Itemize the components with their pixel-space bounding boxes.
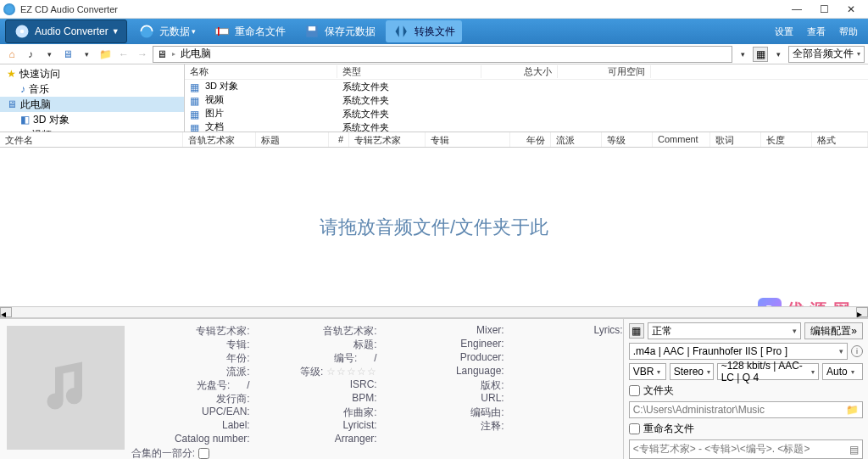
folder-row[interactable]: ▦图片系统文件夹 (185, 107, 868, 120)
metadata-button[interactable]: 元数据 ▾ (131, 20, 203, 42)
tree-this-pc[interactable]: 🖥此电脑 (0, 97, 184, 112)
label-comment: 注释: (386, 419, 504, 433)
bitrate-select[interactable]: ~128 kbit/s | AAC-LC | Q 4▾ (717, 363, 819, 380)
value-lyrics[interactable] (513, 338, 623, 351)
folder-list-header: 名称 类型 总大小 可用空间 (185, 64, 868, 80)
col-rating[interactable]: 等级 (602, 132, 653, 147)
col-num[interactable]: # (329, 132, 349, 147)
col-album-artist[interactable]: 专辑艺术家 (349, 132, 426, 147)
horizontal-scrollbar[interactable]: ◂ ▸ (0, 306, 868, 318)
tree-label: 快速访问 (19, 67, 60, 81)
file-browser: ★快速访问 ♪音乐 🖥此电脑 ◧3D 对象 ▶视频 名称 类型 总大小 可用空间… (0, 64, 868, 132)
home-icon[interactable]: ⌂ (3, 46, 20, 63)
folder-row[interactable]: ▦视频系统文件夹 (185, 93, 868, 107)
browse-folder-icon[interactable]: 📁 (846, 404, 859, 416)
back-button[interactable]: ← (115, 46, 132, 63)
save-metadata-button[interactable]: 保存元数据 (296, 20, 382, 42)
label-copyright: 版权: (386, 378, 504, 392)
computer-icon[interactable]: 🖥 (59, 46, 76, 63)
minimize-button[interactable]: — (783, 1, 810, 18)
edit-pattern-icon[interactable]: ▤ (849, 444, 859, 456)
save-metadata-label: 保存元数据 (325, 25, 376, 39)
view-mode-icon[interactable]: ▦ (753, 47, 768, 62)
col-artist[interactable]: 音轨艺术家 (183, 132, 256, 147)
label-catalog: Catalog number: (131, 433, 250, 446)
output-folder-checkbox[interactable] (629, 385, 640, 396)
tree-quick-access[interactable]: ★快速访问 (0, 66, 184, 81)
tree-3d-objects[interactable]: ◧3D 对象 (0, 112, 184, 127)
col-genre[interactable]: 流派 (551, 132, 602, 147)
view-dropdown[interactable]: ▾ (770, 46, 787, 63)
drop-zone[interactable]: 请拖放音频文件/文件夹于此 D 优 源 网 (0, 148, 868, 306)
profile-icon[interactable]: ▦ (629, 323, 644, 339)
scroll-right-icon[interactable]: ▸ (856, 307, 868, 317)
settings-link[interactable]: 设置 (775, 25, 793, 38)
scroll-left-icon[interactable]: ◂ (0, 307, 12, 317)
tree-label: 音乐 (29, 82, 49, 97)
folder-row[interactable]: ▦3D 对象系统文件夹 (185, 80, 868, 93)
col-filename[interactable]: 文件名 (0, 132, 183, 147)
rename-output-checkbox[interactable] (629, 423, 640, 434)
app-icon (3, 3, 15, 15)
label-label: Label: (131, 419, 250, 433)
col-lyrics[interactable]: 歌词 (710, 132, 761, 147)
help-link[interactable]: 帮助 (839, 25, 858, 38)
col-name[interactable]: 名称 (185, 65, 337, 78)
rename-pattern-box[interactable]: <专辑艺术家> - <专辑>\<编号>. <标题> ▤ (629, 439, 863, 459)
col-year[interactable]: 年份 (510, 132, 551, 147)
music-folder-icon[interactable]: ♪ (22, 46, 39, 63)
profile-select[interactable]: 正常 ▾ (648, 322, 802, 339)
breadcrumb[interactable]: 🖥 ▸ 此电脑 (153, 46, 732, 63)
svg-rect-3 (215, 29, 228, 35)
edit-profile-button[interactable]: 编辑配置 » (804, 322, 863, 339)
channels-select[interactable]: Stereo▾ (670, 363, 714, 380)
format-select[interactable]: .m4a | AAC | Fraunhofer IIS [ Pro ] ▾ (629, 343, 848, 360)
folder-row[interactable]: ▦文档系统文件夹 (185, 120, 868, 132)
album-art-placeholder[interactable] (7, 326, 125, 450)
col-format[interactable]: 格式 (812, 132, 868, 147)
close-button[interactable]: ✕ (837, 1, 865, 18)
output-folder-path[interactable]: C:\Users\Administrator\Music 📁 (629, 401, 863, 418)
label-compilation: 合集的一部分: (131, 446, 623, 459)
chevron-down-icon: ▾ (839, 347, 843, 355)
crumb-dropdown[interactable]: ▾ (734, 46, 751, 63)
label-producer: Producer: (386, 351, 504, 365)
col-comment[interactable]: Comment (653, 132, 710, 147)
label-encodedby: 编码由: (386, 406, 504, 419)
col-title[interactable]: 标题 (256, 132, 329, 147)
mode-select[interactable]: VBR▾ (629, 363, 666, 380)
rename-output-label: 重命名文件 (643, 422, 694, 436)
tree-music[interactable]: ♪音乐 (0, 81, 184, 97)
compilation-checkbox[interactable] (198, 448, 209, 459)
col-free[interactable]: 可用空间 (558, 65, 651, 78)
info-icon[interactable]: i (851, 345, 863, 357)
up-folder-icon[interactable]: 📁 (97, 46, 114, 63)
dropdown-arrow-icon: ▾ (192, 27, 196, 36)
col-length[interactable]: 长度 (761, 132, 812, 147)
rename-icon (213, 22, 231, 41)
nav-dropdown-icon[interactable]: ▾ (41, 46, 58, 63)
convert-button[interactable]: 转换文件 (386, 20, 462, 42)
label-track-artist: 音轨艺术家: (259, 324, 377, 338)
nav-dropdown-icon-2[interactable]: ▾ (78, 46, 95, 63)
file-filter-select[interactable]: 全部音频文件 ▾ (788, 46, 865, 63)
audio-converter-button[interactable]: Audio Converter ▼ (5, 20, 127, 43)
filter-label: 全部音频文件 (793, 47, 854, 61)
col-album[interactable]: 专辑 (426, 132, 510, 147)
tree-videos[interactable]: ▶视频 (0, 127, 184, 132)
convert-label: 转换文件 (415, 25, 455, 39)
bottom-panel: 专辑艺术家: 音轨艺术家: Mixer: Lyrics: 专辑: 标题: Eng… (0, 318, 868, 459)
chevron-down-icon: ▾ (857, 50, 860, 58)
chevron-down-icon: ▾ (793, 327, 797, 335)
label-upc: UPC/EAN: (131, 406, 250, 419)
view-link[interactable]: 查看 (807, 25, 826, 38)
maximize-button[interactable]: ☐ (810, 1, 837, 18)
col-type[interactable]: 类型 (337, 65, 481, 78)
forward-button[interactable]: → (134, 46, 151, 63)
rename-button[interactable]: 重命名文件 (206, 20, 292, 42)
col-size[interactable]: 总大小 (481, 65, 558, 78)
extra-select[interactable]: Auto▾ (822, 363, 863, 380)
save-icon (303, 22, 321, 41)
label-year: 年份: (131, 351, 250, 365)
metadata-grid: 专辑艺术家: 音轨艺术家: Mixer: Lyrics: 专辑: 标题: Eng… (131, 319, 623, 459)
